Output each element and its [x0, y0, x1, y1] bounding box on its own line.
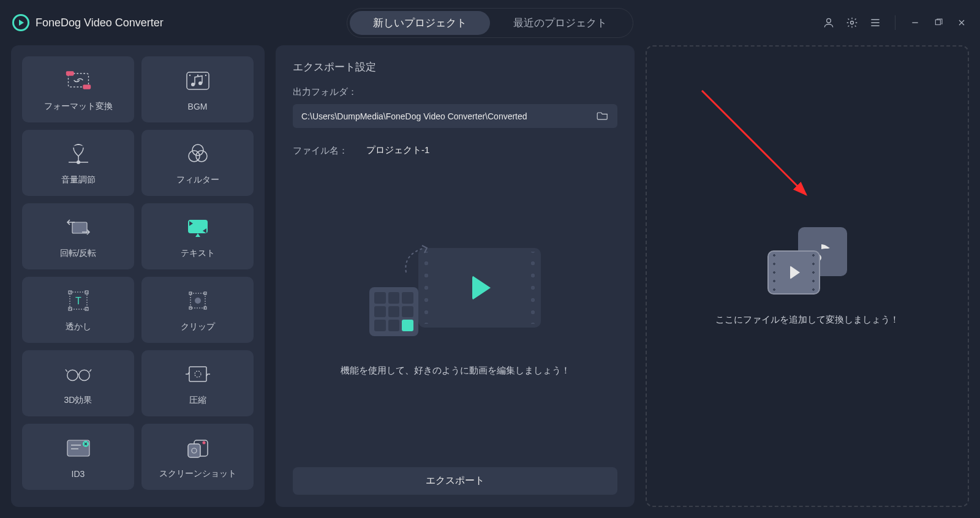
svg-point-8: [198, 81, 202, 85]
output-folder-path: C:\Users\DumpMedia\FoneDog Video Convert…: [301, 111, 527, 121]
svg-rect-34: [189, 367, 206, 381]
volume-icon: [65, 140, 92, 167]
tool-compress[interactable]: 圧縮: [141, 350, 254, 416]
dropzone-hint: ここにファイルを追加して変換しましょう！: [715, 314, 899, 326]
3d-effect-icon: [65, 361, 92, 388]
tool-watermark[interactable]: T 透かし: [22, 277, 134, 343]
svg-point-32: [67, 370, 77, 380]
browse-folder-icon[interactable]: [597, 110, 609, 122]
export-panel: エクスポート設定 出力フォルダ： C:\Users\DumpMedia\Fone…: [276, 45, 635, 507]
tool-sidebar: フォーマット変換 BGM 音量調節 フィルター: [11, 45, 265, 507]
file-dropzone[interactable]: ここにファイルを追加して変換しましょう！: [646, 45, 969, 507]
clip-icon: [184, 287, 211, 314]
rotate-flip-icon: [65, 214, 92, 241]
export-heading: エクスポート設定: [293, 60, 617, 74]
svg-point-10: [197, 75, 198, 76]
tool-label: 圧縮: [189, 395, 206, 406]
text-icon: [184, 214, 211, 241]
compress-icon: [184, 361, 211, 388]
svg-rect-2: [935, 20, 940, 24]
tool-rotate-flip[interactable]: 回転/反転: [22, 203, 134, 269]
tool-3d-effect[interactable]: 3D効果: [22, 350, 134, 416]
gear-icon[interactable]: [846, 17, 858, 29]
minimize-icon[interactable]: [909, 17, 921, 29]
close-icon[interactable]: [956, 17, 968, 29]
tool-label: テキスト: [181, 248, 215, 259]
dropzone-graphic: [767, 227, 847, 295]
tool-text[interactable]: テキスト: [141, 203, 254, 269]
tool-label: 3D効果: [64, 395, 92, 406]
tool-label: BGM: [188, 102, 208, 111]
tool-label: 音量調節: [61, 175, 96, 186]
svg-point-7: [191, 83, 195, 86]
output-folder-label: 出力フォルダ：: [293, 86, 617, 98]
svg-line-44: [702, 91, 806, 195]
tool-label: ID3: [72, 469, 85, 479]
svg-rect-4: [66, 71, 74, 75]
tool-filter[interactable]: フィルター: [141, 130, 254, 196]
screenshot-icon: [184, 434, 211, 461]
tool-label: スクリーンショット: [159, 468, 236, 479]
account-icon[interactable]: [823, 17, 835, 29]
svg-rect-41: [188, 444, 200, 457]
tool-bgm[interactable]: BGM: [141, 56, 254, 122]
svg-point-43: [202, 441, 205, 445]
maximize-icon[interactable]: [932, 17, 944, 29]
tool-label: クリップ: [181, 321, 215, 332]
tool-volume[interactable]: 音量調節: [22, 130, 134, 196]
filename-field[interactable]: [361, 141, 488, 160]
svg-point-17: [196, 151, 207, 162]
tool-screenshot[interactable]: スクリーンショット: [141, 424, 254, 490]
format-convert-icon: [65, 67, 92, 94]
svg-rect-5: [83, 84, 91, 89]
svg-point-9: [189, 75, 190, 76]
svg-point-0: [827, 18, 831, 23]
annotation-arrow-icon: [690, 78, 837, 225]
project-tabs: 新しいプロジェクト 最近のプロジェクト: [347, 8, 633, 38]
id3-icon: [65, 435, 92, 462]
app-title: FoneDog Video Converter: [36, 17, 164, 29]
bgm-icon: [184, 67, 211, 94]
svg-point-11: [205, 75, 206, 76]
tool-label: フィルター: [176, 175, 219, 186]
svg-text:T: T: [75, 296, 81, 306]
tab-new-project[interactable]: 新しいプロジェクト: [350, 11, 490, 35]
menu-icon[interactable]: [869, 17, 881, 29]
output-folder-path-row: C:\Users\DumpMedia\FoneDog Video Convert…: [293, 104, 617, 128]
tool-label: フォーマット変換: [44, 101, 113, 112]
filter-icon: [184, 140, 211, 167]
tool-clip[interactable]: クリップ: [141, 277, 254, 343]
tab-recent-project[interactable]: 最近のプロジェクト: [490, 11, 630, 35]
svg-point-14: [77, 160, 80, 164]
tool-label: 回転/反転: [60, 248, 97, 259]
export-button[interactable]: エクスポート: [293, 467, 617, 495]
svg-point-33: [78, 370, 89, 380]
filename-label: ファイル名：: [293, 145, 348, 157]
svg-point-27: [195, 298, 201, 304]
tool-format-convert[interactable]: フォーマット変換: [22, 56, 134, 122]
tool-id3[interactable]: ID3: [22, 424, 134, 490]
svg-point-1: [851, 21, 854, 24]
app-logo: FoneDog Video Converter: [12, 14, 164, 31]
tool-label: 透かし: [66, 321, 91, 332]
svg-point-35: [195, 371, 201, 377]
watermark-icon: T: [65, 287, 92, 314]
editor-hint: 機能を使用して、好きのように動画を編集しましょう！: [341, 363, 570, 378]
svg-point-15: [192, 145, 203, 156]
editor-illustration: 機能を使用して、好きのように動画を編集しましょう！: [293, 160, 617, 460]
